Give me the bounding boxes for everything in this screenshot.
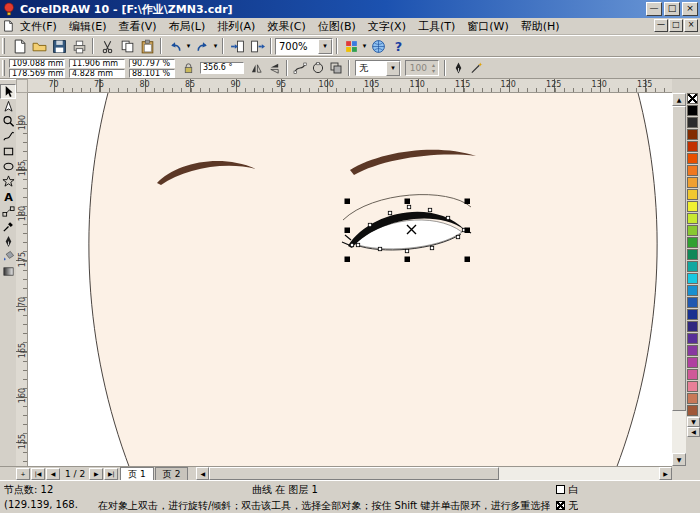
palette-color-19[interactable]	[687, 321, 698, 332]
horizontal-scroll-thumb[interactable]	[209, 467, 499, 480]
palette-no-color[interactable]	[687, 93, 698, 104]
title-bar[interactable]: CorelDRAW 10 - [F:\作业\ZMN3.cdr] — □ ×	[0, 0, 700, 18]
zoom-level-select[interactable]: 700% ▾	[275, 38, 333, 55]
menu-item-10[interactable]: 窗口(W)	[461, 19, 514, 34]
zoom-dropdown-arrow[interactable]: ▾	[318, 39, 332, 54]
palette-expand-button[interactable]: ◀	[687, 427, 700, 437]
freehand-tool-button[interactable]	[0, 129, 16, 144]
horizontal-ruler[interactable]: 707580859095100105110115120125130135	[28, 79, 672, 93]
rectangle-tool-button[interactable]	[0, 144, 16, 159]
paste-button[interactable]	[137, 36, 157, 56]
canvas-area[interactable]	[28, 93, 672, 466]
menu-item-8[interactable]: 文字(X)	[362, 19, 412, 34]
copy-button[interactable]	[117, 36, 137, 56]
scale-y-field[interactable]: 88.101 %	[129, 69, 175, 78]
add-page-button[interactable]: +	[16, 468, 30, 480]
page-tab-2[interactable]: 页 2	[155, 467, 189, 480]
x-position-field[interactable]: 109.088 mm	[9, 59, 65, 68]
palette-color-2[interactable]	[687, 117, 698, 128]
launcher-dropdown[interactable]: ▾	[361, 42, 368, 50]
mirror-vertical-button[interactable]	[266, 59, 282, 77]
y-position-field[interactable]: 178.569 mm	[9, 69, 65, 78]
convert-to-curves-button[interactable]	[292, 59, 308, 77]
palette-color-17[interactable]	[687, 297, 698, 308]
doc-close-button[interactable]: ×	[684, 19, 698, 32]
lock-ratio-button[interactable]	[180, 59, 196, 77]
redo-button[interactable]	[192, 36, 212, 56]
polygon-tool-button[interactable]	[0, 174, 16, 189]
interactive-fill-tool-button[interactable]	[0, 264, 16, 279]
previous-page-button[interactable]: ◀	[46, 468, 60, 480]
outline-width-select[interactable]: 无 ▾	[355, 60, 401, 76]
toolbar-grip[interactable]	[2, 38, 5, 54]
vertical-ruler[interactable]: 190185180175170165160155	[16, 93, 28, 466]
undo-dropdown[interactable]: ▾	[185, 42, 192, 50]
save-button[interactable]	[49, 36, 69, 56]
drawing-canvas[interactable]	[28, 93, 672, 466]
palette-color-7[interactable]	[687, 177, 698, 188]
outline-pen-dialog-button[interactable]	[450, 59, 466, 77]
outline-width-dropdown[interactable]: ▾	[386, 61, 400, 76]
height-field[interactable]: 4.828 mm	[69, 69, 125, 78]
rotation-angle-field[interactable]: 356.6 °	[200, 62, 244, 74]
palette-color-20[interactable]	[687, 333, 698, 344]
scroll-right-button[interactable]: ▶	[659, 467, 672, 480]
face-shape[interactable]	[89, 93, 657, 466]
propbar-grip[interactable]	[2, 60, 5, 76]
combine-button[interactable]	[328, 59, 344, 77]
shape-tool-button[interactable]	[0, 99, 16, 114]
palette-color-4[interactable]	[687, 141, 698, 152]
text-tool-button[interactable]: A	[0, 189, 16, 204]
palette-color-5[interactable]	[687, 153, 698, 164]
export-button[interactable]	[247, 36, 267, 56]
palette-color-11[interactable]	[687, 225, 698, 236]
palette-color-3[interactable]	[687, 129, 698, 140]
menu-item-9[interactable]: 工具(T)	[412, 19, 461, 34]
eyedropper-tool-button[interactable]	[0, 219, 16, 234]
palette-color-8[interactable]	[687, 189, 698, 200]
palette-color-10[interactable]	[687, 213, 698, 224]
mirror-horizontal-button[interactable]	[248, 59, 264, 77]
palette-color-21[interactable]	[687, 345, 698, 356]
vertical-scroll-thumb[interactable]	[672, 106, 686, 411]
vertical-scrollbar[interactable]: ▲ ▼	[672, 93, 686, 466]
palette-color-6[interactable]	[687, 165, 698, 176]
palette-color-25[interactable]	[687, 393, 698, 404]
palette-color-1[interactable]	[687, 105, 698, 116]
menu-item-6[interactable]: 效果(C)	[261, 19, 311, 34]
application-launcher-button[interactable]	[341, 36, 361, 56]
menu-item-7[interactable]: 位图(B)	[312, 19, 362, 34]
close-button[interactable]: ×	[682, 2, 698, 16]
menu-item-1[interactable]: 文件(F)	[14, 19, 63, 34]
new-button[interactable]	[9, 36, 29, 56]
scroll-up-button[interactable]: ▲	[672, 93, 686, 106]
palette-color-18[interactable]	[687, 309, 698, 320]
palette-color-22[interactable]	[687, 357, 698, 368]
palette-color-15[interactable]	[687, 273, 698, 284]
import-button[interactable]	[227, 36, 247, 56]
cut-button[interactable]	[97, 36, 117, 56]
menu-item-11[interactable]: 帮助(H)	[515, 19, 566, 34]
scale-x-field[interactable]: 90.797 %	[129, 59, 175, 68]
ellipse-tool-button[interactable]	[0, 159, 16, 174]
next-page-button[interactable]: ▶	[89, 468, 103, 480]
width-field[interactable]: 11.906 mm	[69, 59, 125, 68]
redo-dropdown[interactable]: ▾	[212, 42, 219, 50]
menu-item-3[interactable]: 查看(V)	[112, 19, 162, 34]
scroll-left-button[interactable]: ◀	[196, 467, 209, 480]
palette-scroll-down-button[interactable]: ▼	[687, 417, 700, 427]
interactive-blend-tool-button[interactable]	[0, 204, 16, 219]
palette-color-26[interactable]	[687, 405, 698, 416]
first-page-button[interactable]: |◀	[31, 468, 45, 480]
ruler-origin-box[interactable]	[16, 79, 28, 93]
scroll-down-button[interactable]: ▼	[672, 453, 686, 466]
zoom-tool-button[interactable]	[0, 114, 16, 129]
palette-color-24[interactable]	[687, 381, 698, 392]
horizontal-scrollbar[interactable]: ◀ ▶	[196, 467, 672, 480]
help-button[interactable]: ?	[388, 36, 408, 56]
palette-color-13[interactable]	[687, 249, 698, 260]
menu-item-5[interactable]: 排列(A)	[211, 19, 261, 34]
maximize-button[interactable]: □	[664, 2, 680, 16]
palette-color-14[interactable]	[687, 261, 698, 272]
doc-restore-button[interactable]: □	[669, 19, 683, 32]
